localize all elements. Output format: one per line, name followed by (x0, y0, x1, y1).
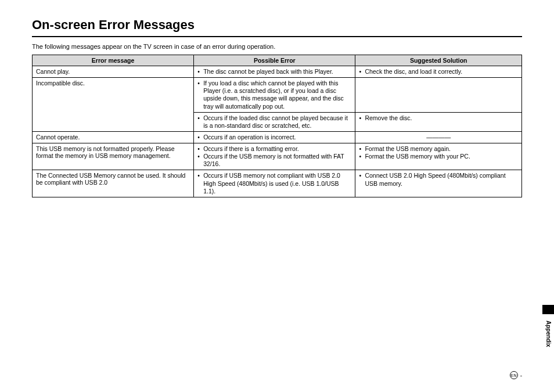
page-footer: EN - (510, 371, 522, 379)
cell-error-message: Cannot operate. (33, 131, 194, 143)
cell-suggested-solution: Check the disc, and load it correctly. (355, 66, 522, 78)
page-title: On-screen Error Messages (32, 17, 522, 33)
cell-suggested-solution (355, 78, 522, 113)
cell-error-message: Incompatible disc. (33, 78, 194, 132)
language-badge: EN (510, 371, 518, 379)
cell-suggested-solution: Connect USB 2.0 High Speed (480Mbit/s) c… (355, 170, 522, 197)
error-messages-table: Error message Possible Error Suggested S… (32, 55, 522, 197)
cell-suggested-solution: ———— (355, 131, 522, 143)
cell-error-message: The Connected USB Memory cannot be used.… (33, 170, 194, 197)
cell-possible-error: Occurs if there is a formatting error. O… (194, 143, 355, 170)
page-content: On-screen Error Messages The following m… (0, 0, 554, 197)
cell-possible-error: If you load a disc which cannot be playe… (194, 78, 355, 113)
page-number-dash: - (520, 372, 522, 379)
table-row: Cannot play. The disc cannot be played b… (33, 66, 522, 78)
table-row: The Connected USB Memory cannot be used.… (33, 170, 522, 197)
table-header-row: Error message Possible Error Suggested S… (33, 55, 522, 66)
section-tab (542, 305, 554, 314)
cell-possible-error: Occurs if USB memory not compliant with … (194, 170, 355, 197)
cell-error-message: Cannot play. (33, 66, 194, 78)
header-suggested-solution: Suggested Solution (355, 55, 522, 66)
appendix-label: Appendix (545, 321, 552, 347)
intro-text: The following messages appear on the TV … (32, 43, 522, 50)
title-rule (32, 36, 522, 37)
header-error-message: Error message (33, 55, 194, 66)
cell-possible-error: Occurs if an operation is incorrect. (194, 131, 355, 143)
cell-possible-error: Occurs if the loaded disc cannot be play… (194, 112, 355, 131)
cell-suggested-solution: Format the USB memory again. Format the … (355, 143, 522, 170)
table-row: Incompatible disc. If you load a disc wh… (33, 78, 522, 113)
table-row: This USB memory is not formatted properl… (33, 143, 522, 170)
cell-error-message: This USB memory is not formatted properl… (33, 143, 194, 170)
cell-suggested-solution: Remove the disc. (355, 112, 522, 131)
table-row: Cannot operate. Occurs if an operation i… (33, 131, 522, 143)
header-possible-error: Possible Error (194, 55, 355, 66)
cell-possible-error: The disc cannot be played back with this… (194, 66, 355, 78)
